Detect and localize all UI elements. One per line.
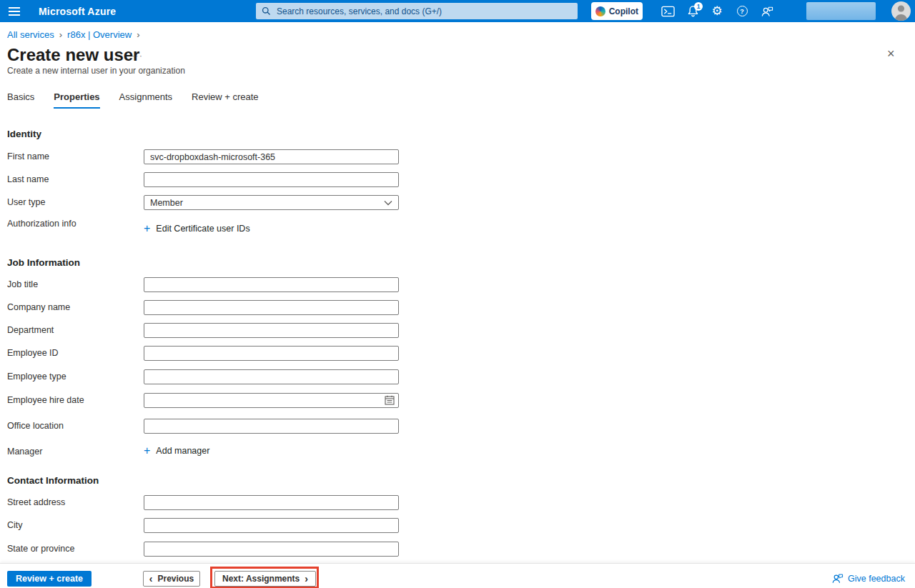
give-feedback-link[interactable]: Give feedback bbox=[831, 573, 905, 584]
tab-review-create[interactable]: Review + create bbox=[192, 91, 259, 109]
breadcrumb-all-services[interactable]: All services bbox=[7, 29, 54, 40]
page-title: Create new user bbox=[7, 45, 139, 65]
department-label: Department bbox=[7, 323, 144, 335]
employee-id-label: Employee ID bbox=[7, 346, 144, 358]
global-search[interactable] bbox=[256, 3, 578, 19]
user-type-select[interactable]: Member bbox=[144, 195, 399, 210]
section-contact-information: Contact Information bbox=[7, 475, 99, 486]
form-row-office-location: Office location bbox=[7, 419, 399, 434]
chevron-left-icon: ‹ bbox=[149, 574, 153, 584]
form-row-employee-id: Employee ID bbox=[7, 346, 399, 361]
account-info-redacted[interactable] bbox=[806, 2, 876, 20]
form-row-user-type: User type Member bbox=[7, 195, 399, 210]
company-name-input[interactable] bbox=[144, 300, 399, 315]
office-location-input[interactable] bbox=[144, 419, 399, 434]
city-label: City bbox=[7, 518, 144, 530]
employee-hire-date-label: Employee hire date bbox=[7, 393, 144, 405]
close-icon[interactable]: × bbox=[887, 47, 895, 60]
edit-certificate-user-ids-link[interactable]: + Edit Certificate user IDs bbox=[144, 224, 250, 234]
state-or-province-label: State or province bbox=[7, 542, 144, 554]
search-input[interactable] bbox=[275, 6, 572, 17]
wizard-tabs: Basics Properties Assignments Review + c… bbox=[7, 91, 259, 109]
notification-badge: 1 bbox=[694, 2, 703, 11]
user-type-label: User type bbox=[7, 195, 144, 207]
last-name-input[interactable] bbox=[144, 172, 399, 187]
department-input[interactable] bbox=[144, 323, 399, 338]
section-job-information: Job Information bbox=[7, 257, 80, 268]
street-address-input[interactable] bbox=[144, 495, 399, 510]
plus-icon: + bbox=[144, 224, 150, 234]
search-icon bbox=[262, 6, 271, 16]
form-row-state-or-province: State or province bbox=[7, 542, 399, 557]
previous-button[interactable]: ‹ Previous bbox=[143, 571, 200, 587]
job-title-label: Job title bbox=[7, 277, 144, 289]
form-row-employee-type: Employee type bbox=[7, 369, 399, 384]
tab-properties[interactable]: Properties bbox=[54, 91, 99, 109]
top-bar: Microsoft Azure Copilot 1 ⚙ ? bbox=[0, 0, 915, 22]
plus-icon: + bbox=[144, 446, 150, 456]
chevron-down-icon bbox=[384, 200, 392, 206]
calendar-icon[interactable] bbox=[385, 395, 395, 408]
form-row-street-address: Street address bbox=[7, 495, 399, 510]
form-row-department: Department bbox=[7, 323, 399, 338]
more-options-ellipsis-icon[interactable]: ··· bbox=[132, 50, 143, 61]
form-row-manager: Manager + Add manager bbox=[7, 444, 209, 457]
feedback-icon bbox=[831, 573, 844, 584]
job-title-input[interactable] bbox=[144, 277, 399, 292]
footer-bar: Review + create ‹ Previous Next: Assignm… bbox=[0, 563, 915, 588]
office-location-label: Office location bbox=[7, 419, 144, 431]
first-name-label: First name bbox=[7, 149, 144, 161]
form-row-last-name: Last name bbox=[7, 172, 399, 187]
form-row-first-name: First name bbox=[7, 149, 399, 164]
state-or-province-input[interactable] bbox=[144, 542, 399, 557]
manager-label: Manager bbox=[7, 444, 144, 457]
hamburger-menu-icon[interactable] bbox=[0, 0, 29, 22]
company-name-label: Company name bbox=[7, 300, 144, 312]
page-subtitle: Create a new internal user in your organ… bbox=[7, 66, 185, 76]
person-icon bbox=[891, 1, 911, 21]
breadcrumb-overview[interactable]: r86x | Overview bbox=[67, 29, 132, 40]
employee-hire-date-input[interactable] bbox=[144, 393, 399, 408]
form-row-job-title: Job title bbox=[7, 277, 399, 292]
street-address-label: Street address bbox=[7, 495, 144, 507]
chevron-right-icon: › bbox=[305, 574, 308, 584]
next-assignments-button[interactable]: Next: Assignments › bbox=[214, 571, 316, 587]
form-row-authorization-info: Authorization info + Edit Certificate us… bbox=[7, 216, 250, 234]
review-create-button[interactable]: Review + create bbox=[7, 571, 92, 587]
form-row-company-name: Company name bbox=[7, 300, 399, 315]
city-input[interactable] bbox=[144, 518, 399, 533]
feedback-icon[interactable] bbox=[755, 0, 779, 22]
copilot-icon bbox=[595, 6, 605, 16]
user-type-value: Member bbox=[150, 198, 183, 208]
help-icon[interactable]: ? bbox=[730, 0, 754, 22]
employee-type-input[interactable] bbox=[144, 369, 399, 384]
notifications-bell-icon[interactable]: 1 bbox=[681, 0, 705, 22]
app-title[interactable]: Microsoft Azure bbox=[39, 6, 116, 17]
last-name-label: Last name bbox=[7, 172, 144, 184]
cloud-shell-icon[interactable] bbox=[656, 0, 680, 22]
tab-assignments[interactable]: Assignments bbox=[119, 91, 172, 109]
authorization-info-label: Authorization info bbox=[7, 216, 144, 229]
breadcrumb-separator-icon: › bbox=[59, 29, 62, 40]
copilot-label: Copilot bbox=[609, 6, 638, 16]
employee-id-input[interactable] bbox=[144, 346, 399, 361]
form-row-city: City bbox=[7, 518, 399, 533]
copilot-button[interactable]: Copilot bbox=[591, 2, 643, 20]
breadcrumb: All services › r86x | Overview › bbox=[7, 29, 140, 40]
settings-gear-icon[interactable]: ⚙ bbox=[705, 0, 729, 22]
first-name-input[interactable] bbox=[144, 149, 399, 164]
form-row-employee-hire-date: Employee hire date bbox=[7, 393, 399, 408]
add-manager-link[interactable]: + Add manager bbox=[144, 446, 209, 456]
avatar[interactable] bbox=[891, 1, 911, 21]
section-identity: Identity bbox=[7, 129, 41, 139]
breadcrumb-separator-icon: › bbox=[137, 29, 139, 40]
tab-basics[interactable]: Basics bbox=[7, 91, 34, 109]
employee-type-label: Employee type bbox=[7, 369, 144, 382]
